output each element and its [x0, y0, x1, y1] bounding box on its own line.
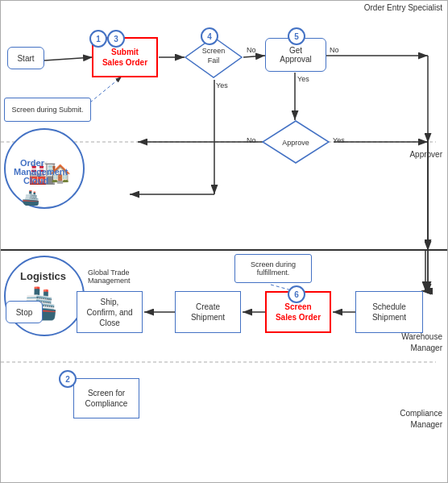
start-node: Start — [7, 47, 44, 69]
logistics-circle: Logistics 🚢 — [4, 256, 85, 336]
no-label-1: No — [247, 46, 256, 54]
bottom-section: WarehouseManager ComplianceManager — [1, 251, 447, 483]
svg-text:Fail: Fail — [208, 56, 220, 65]
circle-3: 3 — [107, 30, 125, 48]
svg-line-6 — [243, 56, 265, 57]
svg-line-4 — [44, 57, 93, 60]
svg-text:🚢: 🚢 — [22, 189, 40, 206]
create-shipment: Create Shipment — [175, 291, 241, 333]
top-section: Order Entry Specialist Approver — [1, 1, 447, 251]
circle-2: 2 — [59, 370, 77, 388]
circle-4: 4 — [201, 27, 218, 45]
role-compliance: ComplianceManager — [400, 408, 442, 431]
role-approver: Approver — [409, 150, 442, 159]
role-warehouse: WarehouseManager — [401, 331, 442, 354]
circle-1: 1 — [89, 30, 107, 48]
svg-text:Approve: Approve — [282, 139, 309, 147]
svg-text:Cloud: Cloud — [23, 176, 48, 185]
yes-label-2: Yes — [297, 75, 309, 83]
role-order-entry: Order Entry Specialist — [364, 2, 442, 13]
schedule-shipment: Schedule Shipment — [355, 291, 423, 333]
stop-node: Stop — [6, 301, 43, 323]
order-management-cloud: 🏭 🏠 Order Management Cloud 🚢 — [4, 128, 85, 209]
svg-text:Screen: Screen — [202, 47, 226, 55]
yes-label-approve: Yes — [333, 136, 345, 144]
screen-compliance: Screen forCompliance — [73, 378, 139, 418]
yes-label-1: Yes — [216, 81, 228, 90]
global-trade-label: Global TradeManagement — [88, 269, 131, 285]
circle-6: 6 — [288, 285, 305, 303]
svg-text:Logistics: Logistics — [20, 270, 66, 282]
ship-confirm-close: Ship,Confirm, andClose — [77, 291, 143, 333]
circle-5: 5 — [288, 27, 305, 45]
no-label-approve: No — [247, 136, 256, 144]
workflow-diagram: Order Entry Specialist Approver — [0, 0, 448, 483]
screen-during-submit: Screen during Submit. — [4, 98, 91, 122]
no-label-2: No — [330, 46, 339, 54]
screen-during-fulfillment: Screen duringfulfillment. — [234, 254, 312, 283]
approve-diamond: Approve — [262, 120, 330, 164]
